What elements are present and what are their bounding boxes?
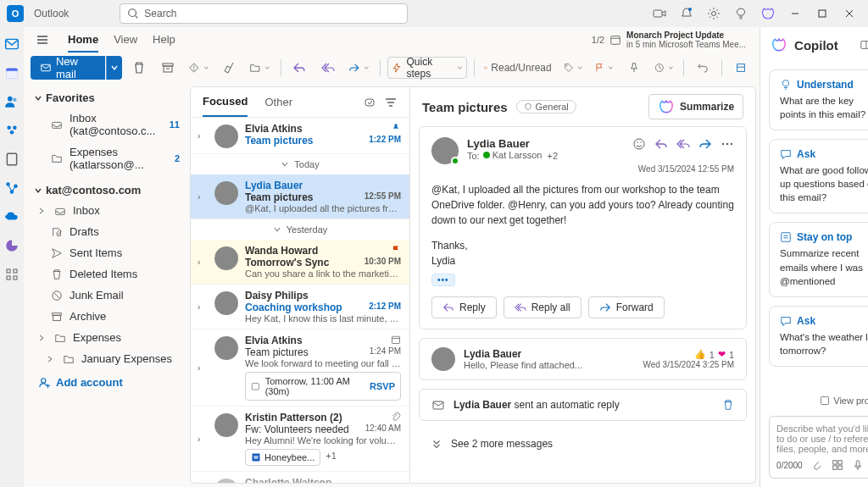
delete-auto-reply-icon[interactable] <box>722 399 734 411</box>
copilot-expand-icon[interactable] <box>860 39 868 51</box>
nav-drafts[interactable]: Drafts <box>27 221 186 242</box>
message-item[interactable]: › Daisy Philips Coaching workshop2:12 PM… <box>191 285 409 329</box>
nav-expenses[interactable]: Expenses <box>27 327 186 348</box>
snooze-button[interactable] <box>651 56 677 80</box>
sweep-button[interactable] <box>217 56 241 80</box>
attachment-chip[interactable]: WHoneybee... <box>245 449 320 466</box>
copilot-header-icon[interactable] <box>756 2 780 25</box>
reply-button[interactable]: Reply <box>431 296 497 318</box>
day-today[interactable]: Today <box>191 154 409 174</box>
summarize-button[interactable]: Summarize <box>648 94 743 119</box>
tab-view[interactable]: View <box>114 28 137 53</box>
rail-calendar-icon[interactable] <box>0 61 24 85</box>
search-input[interactable]: Search <box>120 3 408 24</box>
rail-more-apps-icon[interactable] <box>0 263 24 286</box>
tab-home[interactable]: Home <box>68 28 98 53</box>
move-button[interactable] <box>246 56 273 80</box>
tips-icon[interactable] <box>729 2 753 25</box>
react-icon[interactable] <box>632 137 646 151</box>
pin-icon[interactable] <box>391 123 401 133</box>
flag-icon[interactable] <box>391 245 401 255</box>
auto-reply-row[interactable]: Lydia Bauer sent an automatic reply <box>419 389 747 421</box>
copilot-card-ask[interactable]: Ask What are good follow up questions ba… <box>769 139 868 213</box>
forward-button[interactable]: Forward <box>588 296 665 318</box>
tag-button[interactable] <box>560 56 587 80</box>
undo-button[interactable] <box>691 56 715 80</box>
attach-icon[interactable] <box>811 459 823 471</box>
msgtab-focused[interactable]: Focused <box>203 87 248 117</box>
reply-icon[interactable] <box>654 137 668 151</box>
message-item[interactable]: › Kristin Patterson (2) Fw: Volunteers n… <box>191 407 409 472</box>
nav-deleted[interactable]: Deleted Items <box>27 263 186 285</box>
expand-quoted-button[interactable]: ••• <box>431 274 455 286</box>
nav-inbox[interactable]: Inbox <box>27 200 186 221</box>
tab-help[interactable]: Help <box>153 28 175 53</box>
rail-files-icon[interactable] <box>0 147 24 171</box>
report-button[interactable] <box>185 56 212 80</box>
nav-sent[interactable]: Sent Items <box>27 242 186 263</box>
calendar-icon <box>609 34 621 46</box>
rail-loop-icon[interactable] <box>0 234 24 257</box>
view-prompts-button[interactable]: View prompts <box>760 390 868 411</box>
quick-steps-button[interactable]: Quick steps <box>387 57 467 79</box>
flag-button[interactable] <box>591 56 617 80</box>
favorites-header[interactable]: Favorites <box>27 88 186 108</box>
nav-archive[interactable]: Archive <box>27 306 186 327</box>
rsvp-button[interactable]: RSVP <box>370 381 395 391</box>
see-more-messages[interactable]: See 2 more messages <box>419 429 747 458</box>
reply-all-button[interactable]: Reply all <box>504 296 581 318</box>
nav-fav-expenses[interactable]: Expenses (katlarsson@...2 <box>27 141 186 175</box>
meet-now-icon[interactable] <box>648 2 671 25</box>
more-icon[interactable] <box>721 137 734 151</box>
pin-button[interactable] <box>622 56 646 80</box>
reply-button[interactable] <box>287 56 311 80</box>
filter-icon[interactable] <box>384 96 398 109</box>
message-item-flagged[interactable]: › Wanda Howard Tomorrow's Sync10:30 PM C… <box>191 240 409 285</box>
select-messages-icon[interactable] <box>364 96 377 109</box>
presence-icon <box>451 157 459 165</box>
nav-fav-inbox[interactable]: Inbox (kat@contoso.c...11 <box>27 108 186 141</box>
new-mail-dropdown[interactable] <box>106 56 122 80</box>
delete-button[interactable] <box>127 56 151 80</box>
reply-all-icon[interactable] <box>676 137 690 151</box>
maximize-button[interactable] <box>810 2 834 25</box>
rail-people-icon[interactable] <box>0 90 24 113</box>
card-to[interactable]: Kat Larsson <box>492 150 542 160</box>
message-item-selected[interactable]: › Lydia Bauer Team pictures12:55 PM @Kat… <box>191 174 409 219</box>
settings-icon[interactable] <box>702 2 726 25</box>
archive-button[interactable] <box>156 56 180 80</box>
minimize-button[interactable] <box>783 2 807 25</box>
apps-icon[interactable] <box>832 459 843 471</box>
card-recipients-more[interactable]: +2 <box>548 151 559 161</box>
hamburger-icon[interactable] <box>32 30 53 50</box>
copilot-card-understand[interactable]: Understand What are the key points in th… <box>769 69 868 130</box>
copilot-card-ask2[interactable]: Ask What's the weather like tomorrow? <box>769 306 868 367</box>
forward-icon[interactable] <box>698 137 712 151</box>
rail-onedrive-icon[interactable] <box>0 205 24 229</box>
rail-mail-icon[interactable] <box>0 32 24 56</box>
msgtab-other[interactable]: Other <box>264 88 292 116</box>
copilot-input[interactable]: Describe what you'd like to do or use / … <box>769 416 868 479</box>
nav-junk[interactable]: Junk Email <box>27 285 186 306</box>
channel-label[interactable]: General <box>516 100 576 113</box>
read-unread-button[interactable]: Read/Unread <box>481 56 554 80</box>
rail-groups-icon[interactable] <box>0 119 24 142</box>
nav-jan-expenses[interactable]: January Expenses <box>27 348 186 369</box>
forward-button[interactable] <box>345 56 372 80</box>
rail-todo-icon[interactable] <box>0 176 24 200</box>
account-header[interactable]: kat@contoso.com <box>27 180 186 200</box>
reminder[interactable]: 1/2 Monarch Project Update in 5 min Micr… <box>592 30 751 49</box>
day-yesterday[interactable]: Yesterday <box>191 219 409 240</box>
copilot-card-stayontop[interactable]: Stay on top Summarize recent emails wher… <box>769 222 868 296</box>
add-account-button[interactable]: Add account <box>27 369 186 396</box>
notifications-icon[interactable] <box>675 2 698 25</box>
reply-all-button[interactable] <box>316 56 340 80</box>
collapsed-message[interactable]: Lydia Bauer Hello, Please find attached.… <box>419 338 747 380</box>
close-button[interactable] <box>837 2 861 25</box>
mic-icon[interactable] <box>852 459 864 471</box>
message-item[interactable]: › Elvia Atkins Team pictures1:24 PM We l… <box>191 329 409 407</box>
message-item[interactable]: Charlotte Waltcon <box>191 472 409 483</box>
toolbar-more-button[interactable] <box>729 56 753 80</box>
message-item[interactable]: › Elvia Atkins Team pictures1:22 PM <box>191 118 409 154</box>
new-mail-button[interactable]: New mail <box>31 56 105 80</box>
